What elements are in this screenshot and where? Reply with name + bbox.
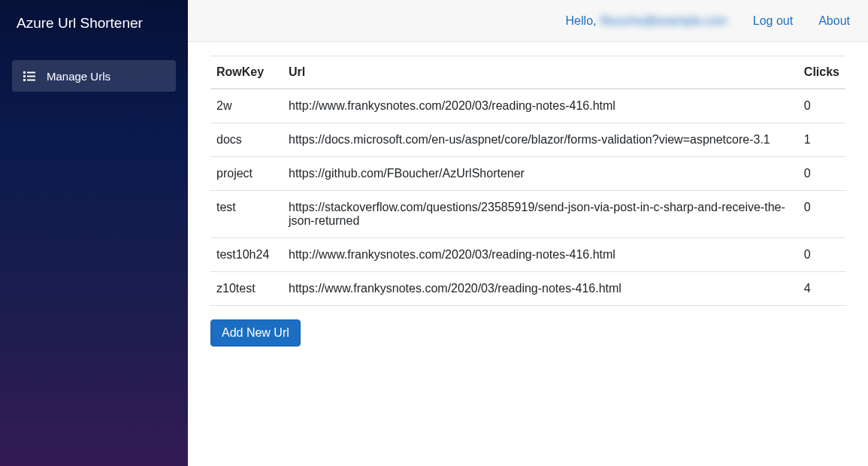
cell-rowkey: z10test	[210, 272, 283, 306]
cell-url: https://github.com/FBoucher/AzUrlShorten…	[283, 157, 798, 191]
svg-rect-2	[23, 75, 26, 77]
urls-table: RowKey Url Clicks 2w http://www.frankysn…	[210, 56, 845, 306]
sidebar-nav: Manage Urls	[0, 47, 188, 92]
cell-rowkey: test10h24	[210, 238, 283, 272]
cell-rowkey: 2w	[210, 89, 283, 123]
svg-rect-3	[27, 76, 35, 77]
svg-rect-1	[27, 72, 35, 74]
cell-url: https://docs.microsoft.com/en-us/aspnet/…	[283, 123, 798, 157]
list-icon	[23, 69, 36, 83]
cell-url: https://www.frankysnotes.com/2020/03/rea…	[283, 272, 798, 306]
sidebar-brand[interactable]: Azure Url Shortener	[0, 0, 188, 47]
cell-clicks: 0	[798, 89, 845, 123]
col-header-url: Url	[283, 56, 798, 89]
cell-url: https://stackoverflow.com/questions/2358…	[283, 191, 798, 238]
table-header-row: RowKey Url Clicks	[210, 56, 845, 89]
user-greeting-link[interactable]: Hello, fbouche@example.com	[566, 14, 727, 28]
table-row: project https://github.com/FBoucher/AzUr…	[210, 157, 845, 191]
table-row: z10test https://www.frankysnotes.com/202…	[210, 272, 845, 306]
sidebar: Azure Url Shortener Manage Urls	[0, 0, 188, 466]
cell-clicks: 1	[798, 123, 845, 157]
cell-rowkey: project	[210, 157, 283, 191]
about-link[interactable]: About	[818, 14, 850, 28]
logout-link[interactable]: Log out	[753, 14, 793, 28]
table-row: docs https://docs.microsoft.com/en-us/as…	[210, 123, 845, 157]
greeting-prefix: Hello,	[566, 14, 597, 28]
cell-clicks: 0	[798, 238, 845, 272]
add-new-url-button[interactable]: Add New Url	[210, 319, 301, 346]
content: RowKey Url Clicks 2w http://www.frankysn…	[188, 42, 868, 360]
cell-url: http://www.frankysnotes.com/2020/03/read…	[283, 89, 798, 123]
cell-clicks: 0	[798, 191, 845, 238]
table-row: test10h24 http://www.frankysnotes.com/20…	[210, 238, 845, 272]
cell-rowkey: docs	[210, 123, 283, 157]
cell-rowkey: test	[210, 191, 283, 238]
svg-rect-5	[27, 80, 35, 81]
topbar: Hello, fbouche@example.com Log out About	[188, 0, 868, 42]
cell-clicks: 4	[798, 272, 845, 306]
sidebar-brand-text: Azure Url Shortener	[17, 15, 143, 31]
col-header-clicks: Clicks	[798, 56, 845, 89]
main: Hello, fbouche@example.com Log out About…	[188, 0, 868, 466]
svg-rect-0	[23, 71, 26, 74]
cell-url: http://www.frankysnotes.com/2020/03/read…	[283, 238, 798, 272]
table-row: test https://stackoverflow.com/questions…	[210, 191, 845, 238]
cell-clicks: 0	[798, 157, 845, 191]
sidebar-item-label: Manage Urls	[47, 70, 110, 83]
greeting-user: fbouche@example.com	[600, 14, 727, 28]
svg-rect-4	[23, 79, 26, 81]
sidebar-item-manage-urls[interactable]: Manage Urls	[12, 60, 176, 92]
table-row: 2w http://www.frankysnotes.com/2020/03/r…	[210, 89, 845, 123]
col-header-rowkey: RowKey	[210, 56, 283, 89]
